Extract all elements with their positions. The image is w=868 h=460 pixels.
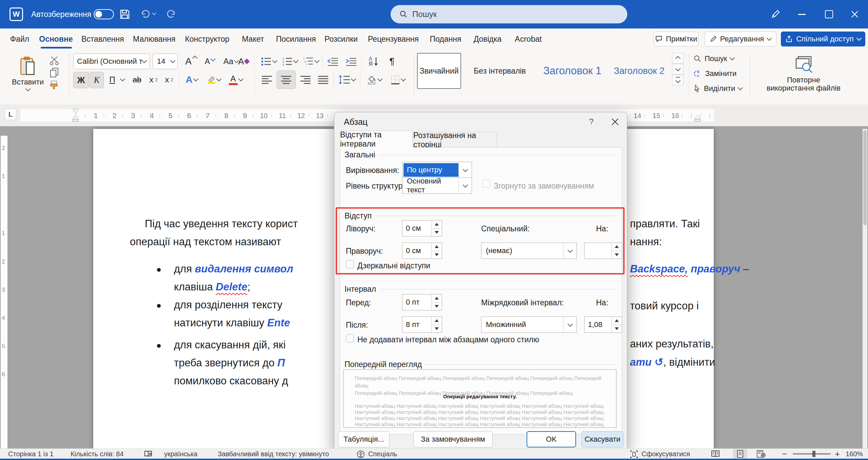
styles-scroll-up[interactable] <box>672 53 684 64</box>
dialog-help-button[interactable]: ? <box>582 115 601 129</box>
collapsed-by-default-checkbox[interactable] <box>482 179 490 188</box>
pen-icon[interactable] <box>770 9 781 19</box>
tab-line-page-breaks[interactable]: Розташування на сторінці <box>413 132 497 148</box>
tab-mailings[interactable]: Розсилки <box>324 28 358 50</box>
doc-line[interactable]: треба звернутися до П <box>174 357 285 369</box>
cut-icon[interactable] <box>48 55 60 66</box>
tab-home[interactable]: Основне <box>37 28 75 50</box>
right-indent-marker[interactable] <box>694 115 701 119</box>
spin-up[interactable] <box>612 317 622 325</box>
reuse-files-button[interactable]: Повторне використання файлів <box>760 53 848 94</box>
hanging-indent-marker[interactable] <box>73 115 79 119</box>
align-left-button[interactable] <box>259 72 275 88</box>
tab-stop-selector[interactable]: L <box>5 109 16 120</box>
zoom-in-button[interactable]: + <box>835 449 840 459</box>
zoom-level[interactable]: 160% <box>846 449 863 459</box>
doc-line[interactable]: клавіша Delete; <box>174 281 250 293</box>
indent-right-spinner[interactable]: 0 см <box>402 243 442 259</box>
decrease-indent-button[interactable] <box>325 54 341 69</box>
mirror-indents-checkbox[interactable] <box>346 260 354 268</box>
font-size-combobox[interactable]: 14 <box>153 54 178 69</box>
style-heading1[interactable]: Заголовок 1 <box>538 53 606 89</box>
zoom-out-button[interactable]: − <box>782 449 787 459</box>
share-button[interactable]: Спільний доступ <box>781 32 865 46</box>
outline-level-combobox[interactable]: Основний текст <box>402 177 472 194</box>
doc-line[interactable]: нання: <box>630 236 662 248</box>
doc-line[interactable]: помилково скасовану д <box>174 375 288 387</box>
font-name-combobox[interactable]: Calibri (Основний те <box>73 54 150 69</box>
tab-indents-spacing[interactable]: Відступи та інтервали <box>340 131 413 148</box>
doc-line[interactable]: ати ↺, відмінити <box>630 356 715 368</box>
borders-button[interactable] <box>387 72 408 88</box>
tab-review[interactable]: Рецензування <box>368 28 419 50</box>
close-button[interactable] <box>841 0 868 28</box>
minimize-button[interactable] <box>788 0 815 28</box>
clear-formatting-button[interactable]: A <box>235 54 252 69</box>
zoom-slider-track[interactable] <box>793 453 831 455</box>
underline-button[interactable]: П <box>106 72 119 88</box>
doc-line[interactable]: Під час уведення тексту корист <box>145 218 298 230</box>
bold-button[interactable]: Ж <box>73 72 89 88</box>
strikethrough-button[interactable]: ab <box>130 72 144 88</box>
indent-special-combobox[interactable]: (немає) <box>481 243 577 259</box>
grow-font-button[interactable]: A <box>182 54 199 69</box>
maximize-button[interactable] <box>815 0 843 28</box>
status-language[interactable]: українська <box>164 449 197 459</box>
font-color-button[interactable]: A <box>226 72 245 88</box>
set-default-button[interactable]: За замовчуванням <box>413 431 493 447</box>
shrink-font-button[interactable]: A <box>201 54 218 69</box>
spin-down[interactable] <box>432 325 442 333</box>
superscript-button[interactable]: x2 <box>162 72 176 88</box>
no-space-same-style-checkbox[interactable] <box>346 334 354 342</box>
numbered-list-button[interactable]: 123 <box>280 54 299 69</box>
spacing-after-spinner[interactable]: 8 пт <box>402 317 442 333</box>
spin-up[interactable] <box>432 221 442 229</box>
editing-mode-button[interactable]: Редагування <box>705 32 776 46</box>
scrollbar-thumb[interactable] <box>863 130 867 225</box>
doc-line[interactable]: натиснути клавішу Ente <box>174 317 290 329</box>
styles-scroll-down[interactable] <box>672 64 684 75</box>
style-no-spacing[interactable]: Без інтервалів <box>469 53 530 89</box>
styles-gallery-expand[interactable] <box>672 75 684 85</box>
search-input[interactable]: Пошук <box>391 5 627 23</box>
tab-draw[interactable]: Малювання <box>133 28 174 50</box>
comments-button[interactable]: Примітки <box>654 32 698 46</box>
bullet-list-button[interactable] <box>259 54 278 69</box>
spin-up[interactable] <box>432 294 442 303</box>
spin-down[interactable] <box>432 303 442 310</box>
vertical-scrollbar[interactable] <box>863 129 867 448</box>
italic-button[interactable]: К <box>90 72 104 88</box>
spin-up[interactable] <box>432 317 442 325</box>
sort-button[interactable]: АЯ <box>364 54 382 69</box>
autosave-toggle[interactable] <box>94 9 114 19</box>
doc-line[interactable]: для видалення символ <box>174 263 293 275</box>
copy-icon[interactable] <box>48 67 60 78</box>
combo-arrow[interactable] <box>458 178 472 193</box>
combo-arrow[interactable] <box>563 243 576 258</box>
zoom-slider-thumb[interactable] <box>812 451 815 457</box>
tab-design[interactable]: Конструктор <box>184 28 230 50</box>
tabs-button[interactable]: Табуляція... <box>338 431 390 447</box>
spacing-at-spinner[interactable]: 1,08 <box>584 317 622 333</box>
shading-button[interactable] <box>363 72 384 88</box>
spin-up[interactable] <box>432 243 442 251</box>
align-right-button[interactable] <box>298 72 313 88</box>
spin-down[interactable] <box>432 251 442 259</box>
status-predictive-text[interactable]: Завбачливий ввід тексту: увімкнуто <box>218 449 329 459</box>
doc-line[interactable]: правляти. Такі <box>630 218 700 230</box>
word-app-icon[interactable]: W <box>9 7 23 21</box>
align-center-button[interactable] <box>277 71 296 89</box>
right-indent-marker-base[interactable] <box>694 119 701 121</box>
tab-insert[interactable]: Вставлення <box>81 28 123 50</box>
undo-button[interactable] <box>140 9 156 19</box>
show-marks-button[interactable]: ¶ <box>385 54 399 69</box>
tab-acrobat[interactable]: Acrobat <box>513 28 544 50</box>
redo-button[interactable] <box>167 9 177 19</box>
tab-file[interactable]: Файл <box>7 28 32 50</box>
save-icon[interactable] <box>119 9 130 20</box>
status-focus-mode[interactable]: Сфокусуватися <box>642 449 690 459</box>
combo-arrow[interactable] <box>458 162 472 178</box>
ok-button[interactable]: OK <box>527 431 576 447</box>
doc-line[interactable]: аних результатів, <box>630 338 714 350</box>
dialog-close-button[interactable] <box>607 115 623 129</box>
